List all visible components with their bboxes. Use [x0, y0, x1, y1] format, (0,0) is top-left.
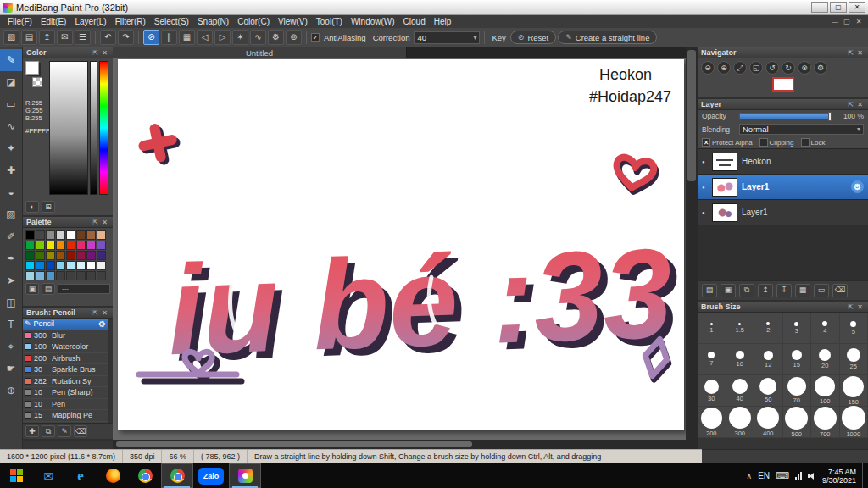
upload-icon[interactable]: ↥ — [39, 30, 55, 45]
pages-icon[interactable]: ☰ — [75, 30, 91, 45]
delete-brush-icon[interactable]: ⌫ — [74, 425, 87, 437]
palette-swatch[interactable] — [46, 241, 55, 250]
taskbar-clock[interactable]: 7:45 AM 9/30/2021 — [822, 468, 856, 485]
taskbar-medibang-icon[interactable] — [229, 463, 261, 488]
snap-rotate-icon[interactable]: ⊚ — [286, 30, 302, 45]
palette-swatch[interactable] — [56, 261, 65, 270]
divide-tool[interactable]: ◫ — [0, 291, 22, 313]
redo-button[interactable]: ↷ — [118, 30, 134, 45]
brush-size-300[interactable]: 300 — [726, 407, 755, 438]
pen-tool[interactable]: ✒ — [0, 247, 22, 269]
palette-swatch[interactable] — [97, 230, 106, 240]
brush-item-pencil[interactable]: ✎Pencil⚙ — [23, 319, 108, 330]
brush-item-watercolor[interactable]: 100Watercolor — [23, 341, 108, 353]
taskbar-zalo-icon[interactable]: Zalo — [193, 463, 229, 488]
brush-item-pen[interactable]: 10Pen — [23, 399, 108, 411]
palette-swatch[interactable] — [25, 251, 35, 260]
palette-swatch[interactable] — [36, 261, 45, 270]
brush-item-pen[interactable]: 10Pen (Sharp) — [23, 387, 108, 399]
palette-swatch[interactable] — [56, 230, 65, 240]
float-panel-icon[interactable]: ⇱ — [846, 303, 855, 311]
rotate-left-icon[interactable]: ↺ — [765, 61, 779, 75]
palette-swatch[interactable] — [66, 230, 75, 240]
delete-layer-icon[interactable]: ⌫ — [832, 284, 848, 297]
brush-size-2[interactable]: 2 — [754, 313, 783, 344]
merge-layer-icon[interactable]: ▦ — [795, 284, 810, 297]
visibility-icon[interactable]: ● — [702, 210, 708, 215]
layer-item-layer1[interactable]: ●Layer1 — [698, 200, 868, 225]
palette-swatch[interactable] — [46, 261, 55, 270]
palette-menu-icon[interactable]: ▤ — [42, 283, 55, 295]
palette-swatch[interactable] — [86, 261, 96, 270]
brush-size-7[interactable]: 7 — [698, 344, 726, 375]
close-panel-icon[interactable]: ✕ — [855, 49, 865, 57]
color-grid-icon[interactable]: ⊞ — [42, 201, 55, 213]
brush-size-50[interactable]: 50 — [754, 375, 783, 407]
checkbox-protect-alpha[interactable]: ✕Protect Alpha — [702, 138, 753, 147]
brush-size-30[interactable]: 30 — [698, 375, 726, 407]
brush-size-70[interactable]: 70 — [783, 375, 812, 407]
brush-size-1.5[interactable]: 1.5 — [726, 313, 755, 344]
document-close-button[interactable]: ✕ — [853, 15, 865, 28]
web-color-icon[interactable]: ◐ — [25, 201, 39, 213]
palette-swatch[interactable] — [97, 261, 106, 270]
float-panel-icon[interactable]: ⇱ — [846, 101, 855, 108]
palette-swatch[interactable] — [66, 251, 75, 260]
palette-swatch[interactable] — [36, 241, 45, 250]
lasso-tool[interactable]: ∿ — [0, 115, 22, 137]
palette-swatch[interactable] — [97, 251, 106, 260]
bucket-tool[interactable]: ◒ — [0, 181, 22, 203]
edit-brush-icon[interactable]: ✎ — [58, 425, 71, 437]
correction-select[interactable]: 40 ▾ — [414, 31, 480, 44]
navigator-thumbnail[interactable] — [772, 77, 794, 92]
foreground-color-swatch[interactable] — [25, 61, 39, 75]
palette-swatch[interactable] — [66, 261, 75, 270]
menu-view[interactable]: View(V) — [274, 15, 312, 28]
duplicate-brush-icon[interactable]: ⧉ — [42, 425, 55, 437]
reset-button[interactable]: ⊘ Reset — [510, 30, 556, 44]
palette-swatch[interactable] — [76, 230, 86, 240]
close-panel-icon[interactable]: ✕ — [100, 49, 109, 57]
palette-swatch[interactable] — [46, 271, 55, 280]
eraser-tool[interactable]: ◪ — [0, 71, 22, 93]
palette-swatch[interactable] — [56, 251, 65, 260]
brush-size-40[interactable]: 40 — [726, 375, 755, 407]
brush-item-mapping-pe[interactable]: 15Mapping Pe — [23, 410, 108, 422]
message-icon[interactable]: ✉ — [57, 30, 73, 45]
palette-swatch[interactable] — [86, 251, 96, 260]
palette-name-field[interactable]: --- — [58, 284, 110, 294]
brush-size-25[interactable]: 25 — [840, 344, 868, 375]
close-panel-icon[interactable]: ✕ — [100, 219, 109, 226]
palette-swatch[interactable] — [25, 230, 35, 240]
volume-icon[interactable] — [808, 472, 816, 480]
snap-right-icon[interactable]: ▷ — [214, 30, 231, 45]
palette-swatch[interactable] — [56, 241, 65, 250]
snap-settings-icon[interactable]: ⚙ — [268, 30, 284, 45]
brush-size-5[interactable]: 5 — [840, 313, 868, 344]
brush-settings-icon[interactable]: ⚙ — [98, 319, 106, 329]
palette-swatch[interactable] — [66, 271, 75, 280]
palette-swatch[interactable] — [46, 251, 55, 260]
text-tool[interactable]: T — [0, 313, 22, 336]
close-panel-icon[interactable]: ✕ — [855, 303, 865, 311]
palette-swatch[interactable] — [25, 241, 35, 250]
document-canvas[interactable]: Heokon #Hoidap247 iu bé :33 iu bé :33 — [118, 59, 684, 430]
float-panel-icon[interactable]: ⇱ — [91, 49, 100, 57]
menu-layer[interactable]: Layer(L) — [70, 15, 110, 28]
vertical-scroll-thumb[interactable] — [687, 50, 696, 181]
snap-left-icon[interactable]: ◁ — [197, 30, 213, 45]
operation-tool[interactable]: ➤ — [0, 269, 22, 291]
palette-swatch[interactable] — [36, 230, 45, 240]
menu-help[interactable]: Help — [430, 15, 456, 28]
touch-keyboard-icon[interactable]: ⌨ — [776, 470, 789, 481]
brush-tool[interactable]: ✎ — [0, 49, 22, 71]
brush-size-1000[interactable]: 1000 — [840, 407, 868, 438]
zoom-fit-icon[interactable]: ⤢ — [733, 61, 747, 75]
palette-swatch[interactable] — [86, 271, 96, 280]
hand-tool[interactable]: ☛ — [0, 358, 22, 380]
snap-off-icon[interactable]: ⊘ — [143, 30, 159, 45]
select-tool[interactable]: ▭ — [0, 93, 22, 115]
brush-size-4[interactable]: 4 — [811, 313, 840, 344]
menu-color[interactable]: Color(C) — [233, 15, 274, 28]
language-indicator[interactable]: EN — [758, 471, 770, 480]
